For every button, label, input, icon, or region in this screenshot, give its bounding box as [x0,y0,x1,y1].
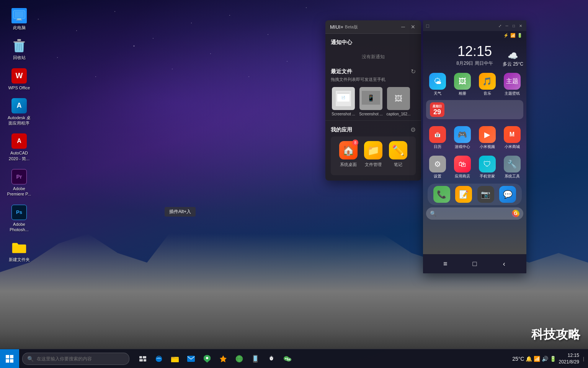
show-desktop-btn[interactable]: | [583,356,584,361]
weather-app-icon: 🌤 [429,73,446,90]
icon-autocad[interactable]: A AutoCAD2020 - 简... [4,131,34,164]
file-item-2[interactable]: 📱 Screenshot ... [358,87,384,117]
phone-app-mivideo[interactable]: ▶ 小米视频 [476,126,498,150]
miui-close-btn[interactable]: ✕ [410,23,416,30]
google-logo: G [512,210,519,217]
clock-time: 12:15 [559,352,579,359]
globe-btn[interactable] [232,352,247,366]
dock-phone[interactable]: 📞 [433,186,450,203]
mail-btn[interactable] [184,352,198,366]
phone-app-album[interactable]: 🖼 相册 [451,73,474,96]
volume-icon[interactable]: 🔊 [542,356,548,362]
svg-rect-15 [139,359,143,361]
taskbar-search-input[interactable] [37,356,124,361]
notification-title: 通知中心 [325,38,421,49]
battery-icon: 🔋 [517,33,523,38]
phone-app-settings[interactable]: ⚙ 设置 [426,156,449,179]
phone-restore-btn[interactable]: ⤢ [497,23,503,28]
phone-app-phonemgr[interactable]: 🛡 手机管家 [476,156,498,179]
phonemgr-app-icon: 🛡 [479,156,496,172]
wifi-icon: 📶 [510,33,516,38]
icon-photoshop[interactable]: Ps AdobePhotosh... [4,202,34,235]
svg-marker-23 [220,355,227,362]
icon-pc[interactable]: 此电脑 [4,6,34,33]
phone-minimize-btn[interactable]: ─ [504,23,510,28]
miui-app-home[interactable]: 🏠 8 系统桌面 [336,139,361,170]
unknown-btn1[interactable] [216,352,230,366]
svg-rect-20 [171,358,179,362]
dock-notes[interactable]: 📝 [455,186,472,203]
dock-message[interactable]: 💬 [499,186,516,203]
miui-app-home-icon: 🏠 8 [339,141,358,159]
start-button[interactable] [0,349,19,368]
phone-search-bar[interactable]: 🔍 G [426,207,523,220]
taskview-btn[interactable] [136,352,150,366]
refresh-btn[interactable]: ↻ [411,68,416,75]
phone-app-row1: 🌤 天气 🖼 相册 🎵 音乐 主题 主题壁纸 [426,71,523,99]
wps-label: WPS Office [8,85,30,90]
taskbar-search[interactable]: 🔍 [22,353,129,365]
phone-app-mistore[interactable]: M 小米商城 [501,126,523,150]
phone-widget-row: 星期日 29 [426,100,523,122]
music-app-icon: 🎵 [479,73,496,90]
file-thumb-2: 📱 [359,87,382,110]
icon-wps[interactable]: W WPS Office [4,66,34,93]
miui-app-files-icon: 📁 [364,141,382,159]
miui-title: MIUI+ [330,24,343,30]
icon-newfolder[interactable]: 新建文件夹 [4,238,34,264]
clock-date: 2021/8/29 [559,359,579,365]
file-item-3[interactable]: 🖼 caption_162... [386,87,411,117]
icon-recycle[interactable]: 回收站 [4,36,34,62]
phone-app-calendar[interactable]: 📅 日历 [426,126,449,150]
phone-home-btn[interactable]: □ [467,256,482,271]
phone-app-music[interactable]: 🎵 音乐 [476,73,498,96]
photoshop-icon: Ps [11,205,27,220]
network-icon[interactable]: 📶 [534,356,540,362]
settings-app-label: 设置 [434,174,441,179]
desktop: 此电脑 回收站 W WPS Office A A [0,0,588,368]
miui-app-files-label: 文件管理 [365,162,382,168]
svg-rect-28 [254,356,257,361]
phone-menu-btn[interactable]: ≡ [438,256,453,271]
phone-app-appstore[interactable]: 🛍 应用商店 [451,156,474,179]
phone-close-btn[interactable]: ✕ [518,23,523,28]
theme-app-icon: 主题 [504,73,521,90]
svg-rect-2 [17,18,21,20]
album-app-label: 相册 [459,91,466,96]
notification-center-icon[interactable]: 🔔 [526,356,532,362]
games-app-icon: 🎮 [454,126,471,143]
taskbar-clock[interactable]: 12:15 2021/8/29 [559,352,579,365]
autodesk-icon: A [11,98,27,113]
my-apps-header: 我的应用 ⚙ [325,123,421,135]
file-item-1[interactable]: 📄 Screenshot ... [331,87,356,117]
miui-app-files[interactable]: 📁 文件管理 [361,139,386,170]
miui-app-notes[interactable]: ✏️ 笔记 [385,139,410,170]
apps-settings-btn[interactable]: ⚙ [410,126,416,133]
svg-rect-3 [16,20,22,20]
explorer-btn[interactable] [168,352,182,366]
phone-app-games[interactable]: 🎮 游戏中心 [451,126,474,150]
photoshop-label: AdobePhotosh... [10,222,29,233]
svg-point-36 [289,359,290,360]
icon-premiere[interactable]: Pr AdobePremiere P... [4,167,34,199]
phone-maximize-btn[interactable]: □ [511,23,516,28]
phone-back-btn[interactable]: ‹ [497,256,512,271]
edge-btn[interactable] [152,352,166,366]
phone-app-theme[interactable]: 主题 主题壁纸 [501,73,523,96]
icon-autodesk[interactable]: A Autodesk 桌面应用程序 [4,96,34,128]
miui-app-notes-icon: ✏️ [389,141,407,159]
phone-app-weather[interactable]: 🌤 天气 [426,73,449,96]
phonemgr-app-label: 手机管家 [480,174,495,179]
miui-app-home-label: 系统桌面 [340,162,357,168]
svg-rect-11 [337,92,350,94]
dock-camera[interactable]: 📷 [477,186,494,203]
maps-btn[interactable] [200,352,214,366]
phone-btn[interactable] [248,352,263,366]
wechat-tb-btn[interactable] [280,352,295,366]
phone-nav-bar: ≡ □ ‹ [423,254,526,273]
miui-minimize-btn[interactable]: ─ [400,23,407,30]
settings-tb-btn[interactable] [264,352,279,366]
watermark: 科技攻略 [531,326,580,343]
win-logo-tl [6,355,9,358]
phone-app-toolkit[interactable]: 🔧 系统工具 [501,156,523,179]
